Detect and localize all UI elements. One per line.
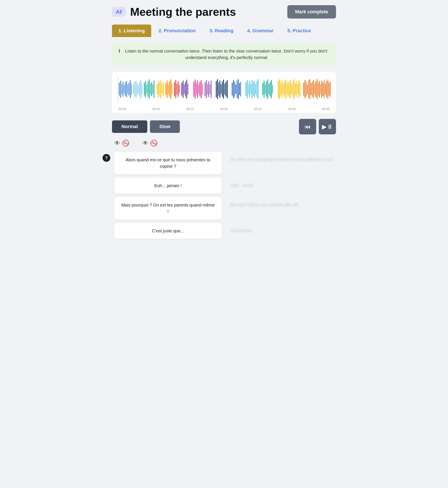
svg-rect-72 [223, 80, 224, 99]
svg-rect-14 [136, 80, 136, 98]
eye-slash-icon-english[interactable]: 🚫 [150, 140, 158, 147]
svg-rect-109 [284, 82, 285, 96]
svg-rect-68 [218, 83, 219, 96]
svg-rect-130 [312, 82, 312, 96]
svg-rect-86 [248, 84, 249, 95]
tab-reading[interactable]: 3. Reading [203, 24, 240, 37]
rewind-button[interactable]: ⏮ [299, 119, 316, 134]
waveform-container[interactable]: 00:05 00:10 00:15 00:20 00:25 00:30 00:3… [112, 72, 336, 113]
svg-rect-66 [216, 81, 217, 97]
svg-rect-34 [163, 82, 164, 96]
svg-rect-20 [144, 83, 145, 96]
svg-rect-97 [265, 84, 265, 94]
svg-rect-15 [137, 83, 138, 95]
help-icon[interactable]: ? [103, 154, 110, 162]
time-00-20: 00:20 [220, 107, 228, 111]
time-00-05: 00:05 [119, 107, 126, 111]
svg-rect-87 [249, 81, 250, 97]
svg-rect-107 [281, 80, 282, 98]
svg-rect-77 [233, 80, 234, 98]
svg-rect-65 [211, 80, 211, 98]
svg-rect-74 [225, 82, 226, 96]
svg-rect-101 [270, 82, 271, 96]
svg-rect-32 [160, 80, 161, 98]
svg-rect-54 [196, 83, 197, 95]
svg-rect-81 [238, 79, 239, 99]
mark-complete-button[interactable]: Mark complete [287, 5, 336, 18]
svg-rect-121 [298, 80, 299, 98]
tab-practice[interactable]: 5. Practice [281, 24, 318, 37]
svg-rect-6 [125, 82, 126, 96]
svg-rect-76 [232, 83, 233, 96]
svg-rect-84 [246, 82, 246, 96]
svg-rect-25 [150, 84, 151, 95]
svg-rect-59 [202, 84, 203, 95]
svg-rect-45 [179, 85, 180, 94]
waveform-canvas[interactable] [116, 76, 332, 106]
svg-rect-57 [200, 82, 200, 96]
svg-rect-103 [272, 85, 273, 94]
svg-rect-135 [318, 83, 319, 96]
svg-rect-140 [324, 80, 325, 99]
svg-rect-9 [128, 83, 129, 96]
svg-rect-78 [234, 82, 235, 97]
slow-speed-button[interactable]: Slow [150, 120, 180, 133]
dialog-line-4-french: C'est juste que... [114, 223, 222, 239]
svg-rect-110 [285, 80, 286, 99]
svg-rect-26 [151, 82, 152, 96]
time-00-15: 00:15 [186, 107, 194, 111]
time-00-30: 00:30 [288, 107, 296, 111]
svg-rect-95 [262, 83, 263, 95]
eye-icon-english[interactable]: 👁 [142, 140, 148, 147]
svg-rect-8 [128, 84, 128, 94]
svg-rect-94 [258, 79, 258, 99]
svg-rect-114 [290, 80, 291, 98]
svg-rect-50 [186, 80, 187, 99]
svg-rect-1 [119, 83, 120, 96]
tabs-bar: 1. Listening 2. Pronunciation 3. Reading… [112, 24, 336, 37]
svg-rect-111 [287, 84, 287, 95]
svg-rect-19 [142, 84, 142, 95]
tab-grammar[interactable]: 4. Grammar [241, 24, 280, 37]
svg-rect-104 [278, 81, 279, 97]
normal-speed-button[interactable]: Normal [112, 120, 147, 133]
svg-rect-105 [279, 79, 280, 99]
svg-rect-53 [195, 80, 196, 99]
svg-rect-29 [157, 84, 158, 95]
svg-rect-40 [172, 84, 172, 95]
svg-rect-90 [253, 82, 254, 96]
svg-rect-24 [149, 80, 150, 99]
info-icon: ℹ [119, 48, 120, 54]
svg-rect-128 [309, 79, 310, 99]
svg-rect-48 [184, 84, 184, 94]
svg-rect-89 [252, 80, 252, 99]
svg-rect-82 [239, 83, 240, 95]
svg-rect-52 [193, 82, 194, 97]
svg-rect-134 [317, 79, 318, 99]
svg-rect-75 [227, 80, 228, 98]
svg-rect-93 [256, 81, 257, 97]
tab-listening[interactable]: 1. Listening [112, 24, 151, 37]
eye-slash-icon-french[interactable]: 🚫 [122, 140, 129, 147]
svg-rect-112 [288, 81, 288, 97]
eye-icon-french[interactable]: 👁 [114, 140, 120, 147]
rewind-icon: ⏮ [304, 123, 311, 130]
svg-rect-118 [295, 83, 296, 95]
svg-rect-28 [153, 80, 154, 98]
svg-rect-37 [168, 84, 169, 94]
svg-rect-126 [307, 84, 308, 94]
svg-rect-21 [145, 81, 146, 97]
svg-rect-31 [159, 83, 160, 96]
svg-rect-138 [321, 80, 322, 98]
svg-rect-33 [162, 85, 162, 94]
svg-rect-88 [250, 84, 251, 94]
svg-rect-43 [177, 84, 177, 95]
tab-pronunciation[interactable]: 2. Pronunciation [152, 24, 202, 37]
dialog-line-2-english: Uhh... never! [228, 178, 336, 194]
play-pause-icon: ▶⏸ [322, 123, 333, 130]
svg-rect-119 [296, 81, 297, 97]
svg-rect-106 [280, 83, 281, 96]
svg-rect-108 [283, 84, 283, 94]
svg-rect-102 [271, 80, 272, 98]
play-pause-button[interactable]: ▶⏸ [319, 119, 336, 134]
